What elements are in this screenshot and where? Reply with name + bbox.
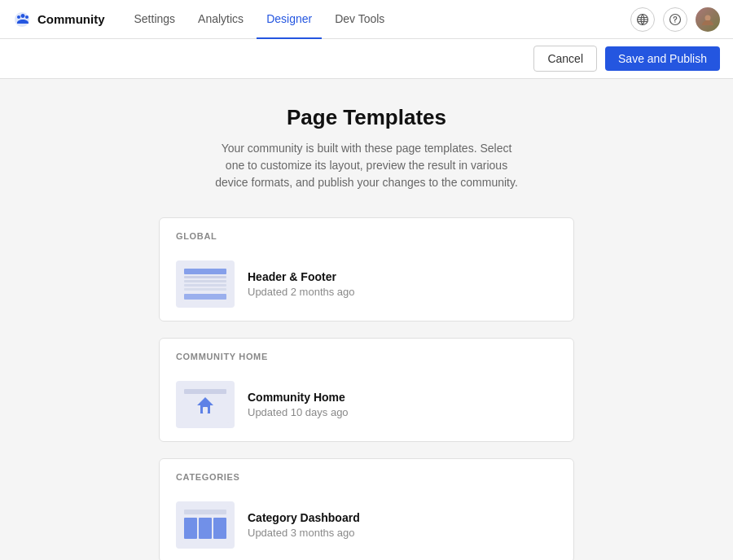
nav-settings[interactable]: Settings bbox=[125, 0, 186, 39]
template-info-community-home: Community Home Updated 10 days ago bbox=[248, 391, 557, 418]
svg-point-2 bbox=[674, 21, 675, 22]
svg-rect-5 bbox=[184, 269, 226, 274]
svg-rect-9 bbox=[184, 288, 226, 291]
svg-rect-8 bbox=[184, 284, 226, 287]
nav-links: Settings Analytics Designer Dev Tools bbox=[125, 0, 631, 39]
template-updated-community-home: Updated 10 days ago bbox=[248, 406, 557, 418]
section-label-global: GLOBAL bbox=[176, 231, 557, 241]
template-updated-category-dashboard: Updated 3 months ago bbox=[248, 527, 557, 539]
svg-rect-17 bbox=[184, 518, 197, 539]
page-title: Page Templates bbox=[13, 105, 720, 130]
globe-icon-btn[interactable] bbox=[630, 7, 655, 32]
nav-right bbox=[630, 7, 720, 32]
template-name-community-home: Community Home bbox=[248, 391, 557, 404]
svg-rect-7 bbox=[184, 280, 226, 282]
section-label-categories: CATEGORIES bbox=[176, 472, 557, 482]
thumb-header-footer bbox=[176, 260, 235, 308]
template-info-category-dashboard: Category Dashboard Updated 3 months ago bbox=[248, 511, 557, 539]
svg-rect-14 bbox=[203, 407, 208, 413]
community-logo-icon bbox=[13, 11, 31, 28]
svg-rect-16 bbox=[184, 510, 226, 514]
template-updated-header-footer: Updated 2 months ago bbox=[248, 286, 557, 298]
save-publish-button[interactable]: Save and Publish bbox=[605, 46, 720, 71]
app-title: Community bbox=[37, 12, 105, 26]
nav-devtools[interactable]: Dev Tools bbox=[325, 0, 394, 39]
page-subtitle: Your community is built with these page … bbox=[212, 140, 521, 191]
action-bar: Cancel Save and Publish bbox=[0, 39, 733, 79]
svg-rect-12 bbox=[184, 389, 226, 394]
nav-analytics[interactable]: Analytics bbox=[188, 0, 253, 39]
template-item-category-dashboard[interactable]: Category Dashboard Updated 3 months ago bbox=[176, 493, 557, 549]
template-item-header-footer[interactable]: Header & Footer Updated 2 months ago bbox=[176, 252, 557, 308]
template-item-community-home[interactable]: Community Home Updated 10 days ago bbox=[176, 373, 557, 428]
svg-point-3 bbox=[705, 15, 711, 20]
help-icon bbox=[669, 13, 682, 26]
section-community-home: COMMUNITY HOME Community Home Updated 10… bbox=[159, 338, 574, 442]
svg-rect-19 bbox=[213, 518, 226, 539]
nav-logo[interactable]: Community bbox=[13, 11, 105, 28]
svg-rect-18 bbox=[199, 518, 212, 539]
template-info-header-footer: Header & Footer Updated 2 months ago bbox=[248, 270, 557, 298]
nav-designer[interactable]: Designer bbox=[257, 0, 322, 39]
thumb-community-home bbox=[176, 381, 235, 428]
help-icon-btn[interactable] bbox=[663, 7, 687, 32]
globe-icon bbox=[636, 13, 649, 26]
main-content: Page Templates Your community is built w… bbox=[0, 79, 733, 560]
user-avatar[interactable] bbox=[696, 7, 720, 32]
section-label-community-home: COMMUNITY HOME bbox=[176, 352, 557, 361]
svg-rect-6 bbox=[184, 276, 226, 278]
template-name-header-footer: Header & Footer bbox=[248, 270, 557, 283]
section-categories: CATEGORIES Category Dashboard Updated 3 … bbox=[159, 458, 574, 560]
template-name-category-dashboard: Category Dashboard bbox=[248, 511, 557, 524]
top-nav: Community Settings Analytics Designer De… bbox=[0, 0, 733, 39]
thumb-category-dashboard bbox=[176, 501, 235, 549]
section-global: GLOBAL Header & Footer Updated 2 months … bbox=[159, 217, 574, 322]
avatar-icon bbox=[700, 12, 715, 27]
svg-rect-10 bbox=[184, 294, 226, 300]
cancel-button[interactable]: Cancel bbox=[533, 46, 597, 72]
